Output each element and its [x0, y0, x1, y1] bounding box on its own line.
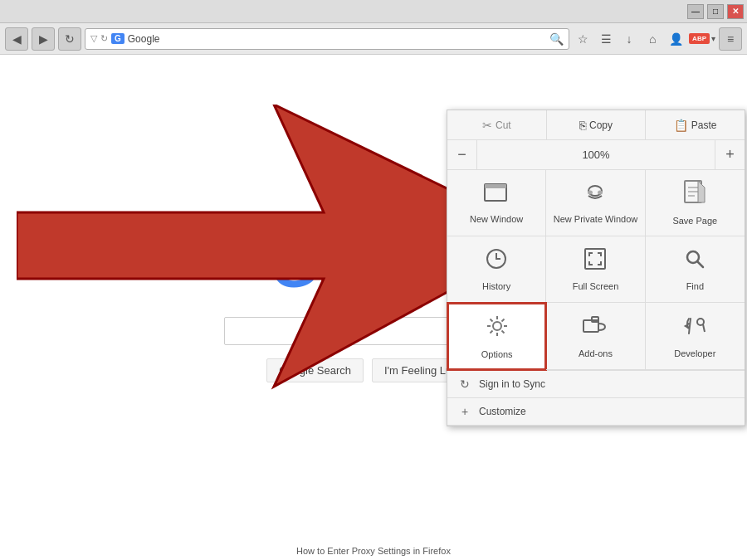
avatar-button[interactable]: 👤 — [666, 29, 686, 49]
find-label: Find — [686, 280, 704, 292]
history-label: History — [482, 280, 510, 292]
svg-line-14 — [697, 261, 703, 267]
full-screen-label: Full Screen — [573, 280, 619, 292]
back-button[interactable]: ◀ — [5, 27, 28, 51]
zoom-out-button[interactable]: − — [447, 140, 477, 169]
abp-dropdown-icon: ▾ — [711, 34, 715, 43]
add-ons-icon — [582, 314, 608, 344]
watermark-bar: How to Enter Proxy Settings in Firefox — [0, 542, 747, 560]
address-text: Google — [128, 33, 160, 45]
add-ons-menu-item[interactable]: Add-ons — [546, 303, 645, 370]
sign-in-sync-label: Sign in to Sync — [479, 378, 545, 390]
developer-menu-item[interactable]: Developer — [646, 303, 745, 370]
page-content: Google Google Search I'm Feeling Lucky ✂… — [0, 55, 747, 560]
new-window-label: New Window — [470, 213, 523, 225]
find-menu-item[interactable]: Find — [646, 236, 745, 303]
options-menu-item[interactable]: Options — [447, 303, 546, 370]
home-button[interactable]: ⌂ — [642, 29, 662, 49]
forward-icon: ▶ — [39, 32, 48, 46]
copy-icon: ⎘ — [579, 119, 586, 132]
svg-line-21 — [501, 331, 504, 334]
customize-item[interactable]: + Customize — [447, 398, 745, 426]
svg-rect-2 — [485, 184, 506, 188]
abp-badge: ABP — [689, 33, 710, 44]
back-icon: ◀ — [12, 32, 22, 46]
search-engine-indicator: G — [111, 33, 124, 44]
watermark-text: How to Enter Proxy Settings in Firefox — [296, 546, 451, 556]
sign-in-sync-item[interactable]: ↻ Sign in to Sync — [447, 371, 745, 398]
save-page-icon — [683, 179, 706, 212]
paste-button[interactable]: 📋 Paste — [646, 110, 745, 139]
add-ons-label: Add-ons — [579, 348, 613, 359]
new-window-icon — [483, 181, 510, 210]
svg-line-22 — [501, 319, 504, 322]
svg-point-15 — [493, 322, 501, 330]
download-button[interactable]: ↓ — [619, 29, 639, 49]
zoom-value-display: 100% — [477, 149, 715, 161]
save-page-label: Save Page — [672, 215, 717, 226]
sync-icon: ↻ — [457, 377, 472, 391]
bookmarks-star-button[interactable]: ☆ — [573, 29, 593, 49]
zoom-row: − 100% + — [447, 140, 745, 170]
firefox-menu: ✂ Cut ⎘ Copy 📋 Paste − 100% + — [447, 110, 745, 426]
copy-label: Copy — [589, 119, 613, 131]
options-label: Options — [481, 348, 513, 360]
hamburger-icon: ≡ — [727, 32, 734, 46]
minimize-button[interactable]: — — [687, 4, 704, 19]
forward-button[interactable]: ▶ — [32, 27, 55, 51]
copy-button[interactable]: ⎘ Copy — [547, 110, 647, 139]
developer-icon — [682, 314, 707, 344]
edit-row: ✂ Cut ⎘ Copy 📋 Paste — [447, 110, 745, 140]
new-private-window-label: New Private Window — [554, 213, 637, 225]
toolbar-icons: ☆ ☰ ↓ ⌂ 👤 ABP ▾ — [573, 29, 715, 49]
maximize-button[interactable]: □ — [707, 4, 724, 19]
refresh-icon: ↻ — [65, 32, 75, 46]
reload-icon: ↻ — [100, 33, 108, 44]
customize-label: Customize — [479, 406, 526, 417]
svg-line-26 — [689, 319, 691, 334]
firefox-menu-button[interactable]: ≡ — [719, 27, 742, 51]
full-screen-icon — [583, 246, 608, 277]
new-private-window-menu-item[interactable]: New Private Window — [546, 170, 645, 236]
svg-point-4 — [588, 190, 593, 194]
dropdown-icon: ▽ — [90, 33, 97, 44]
title-bar: — □ ✕ — [0, 0, 747, 23]
cut-button[interactable]: ✂ Cut — [447, 110, 547, 139]
options-icon — [484, 313, 510, 345]
save-page-menu-item[interactable]: Save Page — [646, 170, 745, 236]
menu-grid: New Window New Private Window — [447, 170, 745, 371]
svg-point-27 — [697, 319, 704, 325]
cut-icon: ✂ — [482, 119, 492, 132]
svg-line-20 — [490, 319, 492, 322]
svg-point-5 — [598, 190, 603, 194]
close-button[interactable]: ✕ — [727, 4, 744, 19]
paste-icon: 📋 — [674, 119, 688, 132]
new-private-window-icon — [582, 181, 608, 210]
find-icon — [682, 246, 707, 277]
full-screen-menu-item[interactable]: Full Screen — [546, 236, 645, 303]
bookmarks-list-button[interactable]: ☰ — [596, 29, 616, 49]
toolbar: ◀ ▶ ↻ ▽ ↻ G Google 🔍 ☆ ☰ ↓ ⌂ 👤 ABP ▾ — [0, 23, 747, 55]
abp-container[interactable]: ABP ▾ — [689, 33, 715, 44]
refresh-button[interactable]: ↻ — [58, 27, 81, 51]
developer-label: Developer — [674, 348, 715, 359]
cut-label: Cut — [496, 119, 511, 131]
svg-rect-12 — [585, 249, 605, 269]
customize-icon: + — [457, 405, 472, 418]
svg-line-23 — [490, 331, 492, 334]
search-icon: 🔍 — [549, 32, 564, 46]
history-menu-item[interactable]: History — [447, 236, 546, 303]
google-logo: Google — [271, 232, 476, 300]
new-window-menu-item[interactable]: New Window — [447, 170, 546, 236]
browser-window: — □ ✕ ◀ ▶ ↻ ▽ ↻ G Google 🔍 ☆ ☰ ↓ ⌂ 👤 — [0, 0, 747, 560]
zoom-in-button[interactable]: + — [715, 140, 745, 169]
svg-line-28 — [703, 324, 705, 332]
paste-label: Paste — [691, 119, 717, 131]
history-icon — [484, 246, 509, 277]
address-bar[interactable]: ▽ ↻ G Google 🔍 — [85, 28, 569, 50]
svg-marker-10 — [698, 181, 705, 202]
google-search-button[interactable]: Google Search — [266, 358, 364, 382]
